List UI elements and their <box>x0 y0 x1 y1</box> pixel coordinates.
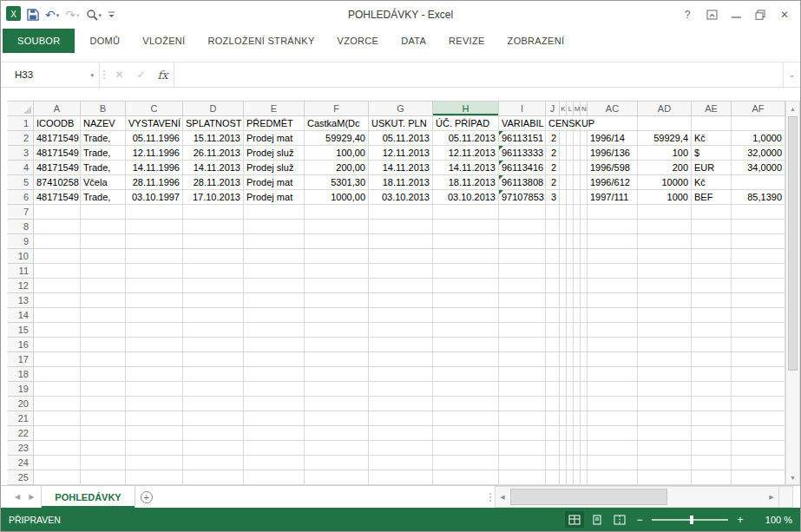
cell-C25[interactable] <box>126 470 183 485</box>
cell-M3[interactable] <box>574 146 581 161</box>
cell-H4[interactable]: 14.11.2013 <box>433 161 499 175</box>
scroll-left-icon[interactable]: ◀ <box>496 487 509 507</box>
cell-AD2[interactable]: 59929,4 <box>638 131 692 146</box>
cell-J13[interactable] <box>546 293 560 308</box>
cell-AD6[interactable]: 1000 <box>638 190 692 205</box>
cell-A18[interactable] <box>34 367 81 382</box>
cell-AF17[interactable] <box>732 352 785 367</box>
cell-M6[interactable] <box>574 190 581 205</box>
cell-N13[interactable] <box>581 293 588 308</box>
help-button[interactable]: ? <box>675 4 699 25</box>
cell-M20[interactable] <box>574 397 581 411</box>
cell-J12[interactable] <box>546 279 560 293</box>
tab-splitter-handle[interactable] <box>486 486 495 508</box>
cell-F22[interactable] <box>305 426 369 441</box>
cell-K11[interactable] <box>560 264 567 279</box>
name-box-dropdown-icon[interactable]: ▾ <box>90 72 94 78</box>
cell-K15[interactable] <box>560 323 567 338</box>
cell-N18[interactable] <box>581 367 588 382</box>
new-sheet-button[interactable]: + <box>135 486 158 508</box>
cell-J18[interactable] <box>546 367 560 382</box>
cell-L10[interactable] <box>567 249 574 264</box>
cell-AD11[interactable] <box>638 264 692 279</box>
cell-J7[interactable] <box>546 205 560 220</box>
cell-D16[interactable] <box>183 338 244 352</box>
cell-D19[interactable] <box>183 382 244 397</box>
ribbon-tab-vzorce[interactable]: VZORCE <box>326 29 391 53</box>
cell-AD18[interactable] <box>638 367 692 382</box>
cell-AE4[interactable]: EUR <box>692 161 732 175</box>
cell-G10[interactable] <box>369 249 433 264</box>
cell-E12[interactable] <box>244 279 305 293</box>
cell-K4[interactable] <box>560 161 567 175</box>
cell-J16[interactable] <box>546 338 560 352</box>
cell-N8[interactable] <box>581 220 588 234</box>
cell-J24[interactable] <box>546 456 560 470</box>
cell-B9[interactable] <box>81 234 126 249</box>
cell-AE19[interactable] <box>692 382 732 397</box>
cell-N7[interactable] <box>581 205 588 220</box>
col-header-AF[interactable]: AF <box>732 101 785 116</box>
cell-I14[interactable] <box>499 308 546 323</box>
cell-B16[interactable] <box>81 338 126 352</box>
cell-J1[interactable]: CENSKUP <box>546 116 560 131</box>
cell-N16[interactable] <box>581 338 588 352</box>
cell-N17[interactable] <box>581 352 588 367</box>
cell-L22[interactable] <box>567 426 574 441</box>
cell-L14[interactable] <box>567 308 574 323</box>
cell-E22[interactable] <box>244 426 305 441</box>
zoom-in-button[interactable]: + <box>733 514 747 526</box>
row-header-11[interactable]: 11 <box>8 264 34 279</box>
cell-AE5[interactable]: Kč <box>692 175 732 190</box>
horizontal-scroll-track[interactable] <box>509 487 765 507</box>
cell-J6[interactable]: 3 <box>546 190 560 205</box>
cell-M17[interactable] <box>574 352 581 367</box>
cell-G23[interactable] <box>369 441 433 456</box>
cell-G9[interactable] <box>369 234 433 249</box>
row-header-12[interactable]: 12 <box>8 279 34 293</box>
cell-AE3[interactable]: $ <box>692 146 732 161</box>
cell-B1[interactable]: NAZEV <box>81 116 126 131</box>
cell-G17[interactable] <box>369 352 433 367</box>
cell-C17[interactable] <box>126 352 183 367</box>
cell-AE11[interactable] <box>692 264 732 279</box>
cell-K24[interactable] <box>560 456 567 470</box>
cell-L7[interactable] <box>567 205 574 220</box>
cell-G22[interactable] <box>369 426 433 441</box>
cell-J5[interactable]: 2 <box>546 175 560 190</box>
cell-K6[interactable] <box>560 190 567 205</box>
ribbon-tab-zobrazeni[interactable]: ZOBRAZENÍ <box>496 29 576 53</box>
cell-F23[interactable] <box>305 441 369 456</box>
cell-AE9[interactable] <box>692 234 732 249</box>
cell-B15[interactable] <box>81 323 126 338</box>
row-header-20[interactable]: 20 <box>8 397 34 411</box>
zoom-out-button[interactable]: − <box>633 514 647 526</box>
cell-B14[interactable] <box>81 308 126 323</box>
cell-F10[interactable] <box>305 249 369 264</box>
row-header-9[interactable]: 9 <box>8 234 34 249</box>
cell-B24[interactable] <box>81 456 126 470</box>
cell-D2[interactable]: 15.11.2013 <box>183 131 244 146</box>
prev-sheet-icon[interactable]: ◀ <box>15 493 20 501</box>
cell-A24[interactable] <box>34 456 81 470</box>
cell-AF22[interactable] <box>732 426 785 441</box>
cell-K2[interactable] <box>560 131 567 146</box>
cell-A11[interactable] <box>34 264 81 279</box>
cell-M24[interactable] <box>574 456 581 470</box>
cell-G5[interactable]: 18.11.2013 <box>369 175 433 190</box>
cell-C15[interactable] <box>126 323 183 338</box>
row-header-25[interactable]: 25 <box>8 470 34 485</box>
cell-G3[interactable]: 12.11.2013 <box>369 146 433 161</box>
cell-G24[interactable] <box>369 456 433 470</box>
cell-I25[interactable] <box>499 470 546 485</box>
cell-C18[interactable] <box>126 367 183 382</box>
ribbon-tab-soubor[interactable]: SOUBOR <box>3 29 75 53</box>
cell-J2[interactable]: 2 <box>546 131 560 146</box>
cell-A17[interactable] <box>34 352 81 367</box>
cell-AC15[interactable] <box>588 323 638 338</box>
cell-AE6[interactable]: BEF <box>692 190 732 205</box>
cell-B23[interactable] <box>81 441 126 456</box>
cell-AD14[interactable] <box>638 308 692 323</box>
cell-K3[interactable] <box>560 146 567 161</box>
cell-N19[interactable] <box>581 382 588 397</box>
